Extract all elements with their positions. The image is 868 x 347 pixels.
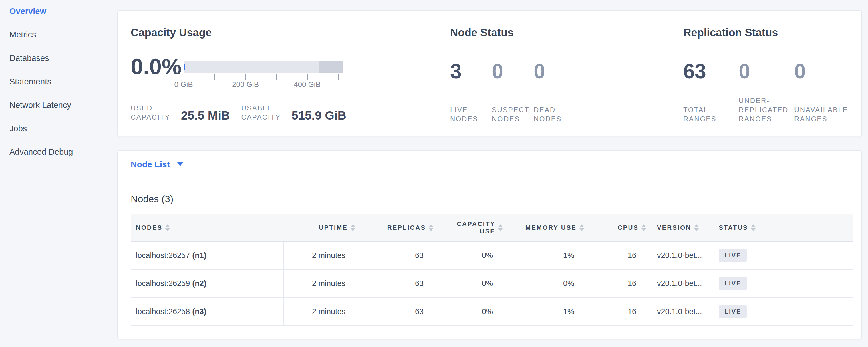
sort-icon	[580, 224, 584, 231]
sort-icon	[165, 224, 170, 231]
gauge-axis-label: 0 GiB	[174, 80, 193, 89]
node-id: (n3)	[192, 307, 207, 316]
node-list-dropdown[interactable]: Node List	[118, 151, 861, 178]
cpus-cell: 16	[628, 307, 646, 316]
sidebar: Overview Metrics Databases Statements Ne…	[0, 0, 117, 347]
gauge-tick	[245, 74, 246, 80]
capacity-gauge-row: 0.0%	[131, 55, 450, 89]
node-status-stats: 3 LIVE NODES 0 SUSPECT NODES 0 DEAD NODE…	[450, 55, 683, 124]
cpus-cell: 16	[628, 279, 646, 288]
under-replicated-ranges-label: UNDER-REPLICATED RANGES	[739, 96, 790, 124]
sidebar-item-advanced-debug[interactable]: Advanced Debug	[9, 148, 117, 156]
sort-icon	[498, 224, 503, 231]
capacity-usage-title: Capacity Usage	[131, 26, 450, 39]
capacity-use-cell: 0%	[482, 307, 503, 316]
nodes-table-header: NODES UPTIME REPLICAS CAPACITY USE	[131, 214, 853, 242]
app-root: Overview Metrics Databases Statements Ne…	[0, 0, 868, 347]
capacity-gauge-ticks	[184, 73, 343, 80]
used-capacity-value: 25.5 MiB	[181, 109, 230, 122]
live-nodes-label: LIVE NODES	[450, 105, 492, 124]
version-cell: v20.1.0-bet...	[646, 251, 719, 260]
capacity-use-cell: 0%	[482, 279, 503, 288]
node-id: (n1)	[192, 251, 207, 260]
node-list-dropdown-label: Node List	[131, 160, 170, 169]
suspect-nodes-stat: 0 SUSPECT NODES	[492, 55, 534, 124]
gauge-axis-label: 400 GiB	[294, 80, 320, 89]
node-status-section: Node Status 3 LIVE NODES 0 SUSPECT NODES…	[450, 26, 683, 136]
column-header-memory-use[interactable]: MEMORY USE	[503, 224, 584, 231]
gauge-tick	[184, 74, 184, 80]
nodes-section: Nodes (3) NODES UPTIME REPLICAS	[118, 193, 861, 326]
sidebar-nav-list: Overview Metrics Databases Statements Ne…	[0, 0, 117, 156]
column-header-replicas[interactable]: REPLICAS	[355, 224, 433, 231]
replication-status-title: Replication Status	[683, 26, 861, 39]
sort-icon	[429, 224, 433, 231]
replicas-cell: 63	[415, 307, 433, 316]
status-badge: LIVE	[719, 305, 747, 318]
memory-use-cell: 0%	[563, 279, 584, 288]
capacity-gauge: 0 GiB 200 GiB 400 GiB	[184, 61, 343, 89]
sidebar-item-databases[interactable]: Databases	[9, 54, 117, 62]
sort-icon	[642, 224, 646, 231]
sidebar-item-jobs[interactable]: Jobs	[9, 124, 117, 133]
memory-use-cell: 1%	[563, 251, 584, 260]
status-badge: LIVE	[719, 277, 747, 290]
unavailable-ranges-value: 0	[794, 61, 850, 82]
sidebar-item-metrics[interactable]: Metrics	[9, 30, 117, 39]
nodes-section-title: Nodes (3)	[131, 193, 853, 204]
replicas-cell: 63	[415, 251, 433, 260]
uptime-cell: 2 minutes	[312, 279, 355, 288]
status-cell: LIVE	[719, 305, 853, 318]
cluster-overview-card: Capacity Usage 0.0%	[117, 10, 862, 136]
sort-icon	[694, 224, 699, 231]
version-cell: v20.1.0-bet...	[646, 279, 719, 288]
sidebar-item-statements[interactable]: Statements	[9, 77, 117, 86]
cpus-cell: 16	[628, 251, 646, 260]
node-status-title: Node Status	[450, 26, 683, 39]
column-header-cpus[interactable]: CPUS	[584, 224, 646, 231]
version-cell: v20.1.0-bet...	[646, 307, 719, 316]
unavailable-ranges-stat: 0 UNAVAILABLE RANGES	[794, 55, 850, 124]
column-header-version[interactable]: VERSION	[646, 224, 719, 231]
status-cell: LIVE	[719, 249, 853, 262]
uptime-cell: 2 minutes	[312, 251, 355, 260]
sort-icon	[351, 224, 355, 231]
gauge-tick	[215, 74, 215, 80]
total-ranges-label: TOTAL RANGES	[683, 105, 735, 124]
used-capacity-label: USED CAPACITY	[131, 103, 174, 122]
column-header-uptime[interactable]: UPTIME	[284, 224, 355, 231]
capacity-gauge-axis-labels: 0 GiB 200 GiB 400 GiB	[184, 80, 343, 89]
table-row[interactable]: localhost:26257(n1) 2 minutes 63 0% 1% 1…	[131, 242, 853, 270]
column-header-capacity-use[interactable]: CAPACITY USE	[433, 220, 503, 235]
node-address-cell: localhost:26258(n3)	[131, 298, 284, 325]
gauge-axis-label: 200 GiB	[232, 80, 259, 89]
sidebar-item-network-latency[interactable]: Network Latency	[9, 101, 117, 109]
column-header-nodes[interactable]: NODES	[131, 224, 284, 231]
total-ranges-value: 63	[683, 61, 739, 82]
replication-status-stats: 63 TOTAL RANGES 0 UNDER-REPLICATED RANGE…	[683, 55, 861, 124]
node-address-cell: localhost:26257(n1)	[131, 242, 284, 269]
status-badge: LIVE	[719, 249, 747, 262]
node-list-card: Node List Nodes (3) NODES UPTIME	[117, 151, 862, 339]
live-nodes-value: 3	[450, 61, 492, 82]
capacity-use-cell: 0%	[482, 251, 503, 260]
capacity-gauge-used-marker	[184, 64, 185, 70]
sidebar-item-overview[interactable]: Overview	[9, 7, 117, 15]
dead-nodes-value: 0	[534, 61, 576, 82]
gauge-tick	[276, 74, 277, 80]
replication-status-section: Replication Status 63 TOTAL RANGES 0 UND…	[683, 26, 861, 136]
used-capacity-stat: USED CAPACITY 25.5 MiB	[131, 103, 230, 122]
capacity-gauge-track	[184, 61, 343, 73]
usable-capacity-stat: USABLE CAPACITY 515.9 GiB	[241, 103, 346, 122]
main-content: Capacity Usage 0.0%	[117, 0, 868, 347]
uptime-cell: 2 minutes	[312, 307, 355, 316]
chevron-down-icon	[177, 162, 183, 166]
table-row[interactable]: localhost:26258(n3) 2 minutes 63 0% 1% 1…	[131, 298, 853, 326]
table-row[interactable]: localhost:26259(n2) 2 minutes 63 0% 0% 1…	[131, 270, 853, 298]
total-ranges-stat: 63 TOTAL RANGES	[683, 55, 739, 124]
dead-nodes-stat: 0 DEAD NODES	[534, 55, 576, 124]
capacity-used-percent: 0.0%	[131, 55, 184, 78]
capacity-stats: USED CAPACITY 25.5 MiB USABLE CAPACITY 5…	[131, 103, 450, 122]
unavailable-ranges-label: UNAVAILABLE RANGES	[794, 105, 846, 124]
column-header-status[interactable]: STATUS	[719, 224, 853, 231]
